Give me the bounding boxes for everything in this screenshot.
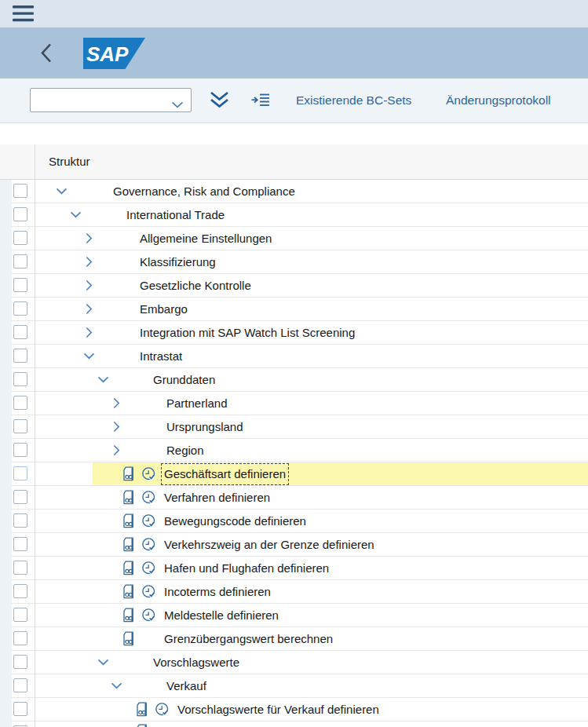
chevron-right-icon[interactable] bbox=[86, 327, 93, 338]
chevron-down-icon[interactable] bbox=[56, 188, 68, 195]
execute-activity-icon[interactable] bbox=[141, 466, 156, 481]
tree-row[interactable]: Integration mit SAP Watch List Screening bbox=[0, 321, 588, 345]
chevron-right-icon[interactable] bbox=[113, 444, 120, 456]
documentation-icon[interactable] bbox=[135, 702, 149, 717]
tree-row[interactable]: Hafen und Flughafen definieren bbox=[0, 557, 588, 580]
tree-row[interactable]: Bewegungscode definieren bbox=[0, 510, 588, 533]
documentation-icon[interactable] bbox=[122, 513, 136, 528]
tree-item-label[interactable]: Integration mit SAP Watch List Screening bbox=[137, 322, 358, 344]
tree-row[interactable]: Governance, Risk and Compliance bbox=[0, 180, 588, 203]
tree-item-label[interactable]: Embargo bbox=[137, 298, 191, 320]
chevron-right-icon[interactable] bbox=[86, 256, 93, 268]
tree-row[interactable]: Vorschlagswerte für Verkauf definieren bbox=[0, 698, 588, 722]
chevron-right-icon[interactable] bbox=[86, 279, 93, 291]
tree-row[interactable]: Allgemeine Einstellungen bbox=[0, 227, 588, 250]
tree-row[interactable]: Intrastat bbox=[0, 345, 588, 368]
chevron-down-icon[interactable] bbox=[70, 211, 82, 218]
tree-item-label[interactable]: Gesetzliche Kontrolle bbox=[137, 275, 254, 297]
row-checkbox[interactable] bbox=[13, 184, 27, 198]
tree-item-label[interactable]: Verkauf bbox=[163, 675, 210, 697]
tree-row[interactable]: Grenzübergangswert berechnen bbox=[0, 627, 588, 651]
menu-button[interactable] bbox=[13, 5, 34, 22]
search-combobox-input[interactable] bbox=[35, 90, 170, 111]
tree-row[interactable]: Incoterms definieren bbox=[0, 580, 588, 604]
execute-activity-icon[interactable] bbox=[141, 537, 156, 552]
tree-item-label[interactable]: Allgemeine Einstellungen bbox=[137, 228, 275, 250]
row-checkbox[interactable] bbox=[13, 396, 27, 410]
chevron-right-icon[interactable] bbox=[113, 421, 120, 433]
column-header-struktur[interactable]: Struktur bbox=[49, 144, 90, 179]
chevron-down-icon[interactable] bbox=[83, 353, 95, 360]
tree-item-label[interactable]: Meldestelle definieren bbox=[161, 605, 282, 627]
row-checkbox[interactable] bbox=[13, 655, 27, 669]
tree-item-label[interactable]: Bewegungscode definieren bbox=[161, 510, 309, 532]
tree-item-label[interactable]: Incoterms definieren bbox=[161, 581, 274, 603]
existing-bc-sets-button[interactable]: Existierende BC-Sets bbox=[296, 79, 411, 122]
documentation-icon[interactable] bbox=[122, 490, 136, 505]
chevron-right-icon[interactable] bbox=[113, 397, 120, 409]
tree-row[interactable]: Meldestelle definieren bbox=[0, 604, 588, 627]
tree-item-label[interactable]: Verkehrszweig an der Grenze definieren bbox=[161, 534, 378, 556]
execute-activity-icon[interactable] bbox=[141, 513, 156, 528]
tree-row[interactable]: Klassifizierung bbox=[0, 250, 588, 274]
chevron-right-icon[interactable] bbox=[86, 303, 93, 315]
row-checkbox[interactable] bbox=[13, 561, 27, 575]
tree-row[interactable]: Partnerland bbox=[0, 392, 588, 415]
chevron-right-icon[interactable] bbox=[86, 232, 93, 244]
row-checkbox[interactable] bbox=[13, 443, 27, 457]
row-checkbox[interactable] bbox=[13, 278, 27, 292]
row-checkbox[interactable] bbox=[13, 372, 27, 386]
chevron-down-icon[interactable] bbox=[97, 659, 109, 666]
tree-row[interactable]: Verfahren definieren bbox=[0, 486, 588, 510]
tree-row[interactable]: Vorschlagswerte bbox=[0, 651, 588, 674]
row-checkbox[interactable] bbox=[13, 466, 27, 480]
change-log-button[interactable]: Änderungsprotokoll bbox=[446, 79, 551, 122]
execute-activity-icon[interactable] bbox=[155, 702, 170, 717]
tree-item-label[interactable]: Hafen und Flughafen definieren bbox=[161, 557, 332, 579]
row-checkbox[interactable] bbox=[13, 584, 27, 598]
tree-item-label[interactable]: Vorschlagswerte für Verkauf definieren bbox=[174, 699, 382, 721]
documentation-icon[interactable] bbox=[122, 537, 136, 552]
tree-item-label[interactable]: Governance, Risk and Compliance bbox=[110, 181, 298, 203]
row-checkbox[interactable] bbox=[13, 490, 27, 504]
documentation-icon[interactable] bbox=[122, 466, 136, 481]
documentation-icon[interactable] bbox=[122, 561, 136, 575]
row-checkbox[interactable] bbox=[13, 702, 27, 716]
tree-row[interactable]: Region bbox=[0, 439, 588, 462]
chevron-down-icon[interactable] bbox=[97, 376, 109, 383]
row-checkbox[interactable] bbox=[13, 301, 27, 316]
tree-item-label[interactable]: Vorschlagswerte bbox=[150, 652, 243, 674]
tree-item-label[interactable]: Region bbox=[163, 440, 207, 462]
tree-item-label[interactable]: International Trade bbox=[123, 204, 228, 226]
row-checkbox[interactable] bbox=[13, 207, 27, 221]
tree-item-label[interactable]: Geschäftsart definieren bbox=[161, 463, 289, 485]
tree-item-label[interactable]: Verfahren definieren bbox=[161, 487, 273, 509]
position-button[interactable] bbox=[251, 92, 270, 111]
execute-activity-icon[interactable] bbox=[141, 584, 156, 599]
tree-item-label[interactable]: Partnerland bbox=[163, 393, 231, 415]
row-checkbox[interactable] bbox=[13, 608, 27, 622]
row-checkbox[interactable] bbox=[13, 325, 27, 339]
row-checkbox[interactable] bbox=[13, 678, 27, 692]
row-checkbox[interactable] bbox=[13, 349, 27, 363]
execute-activity-icon[interactable] bbox=[141, 490, 156, 505]
tree-item-label[interactable]: Intrastat bbox=[137, 345, 185, 367]
chevron-down-icon[interactable] bbox=[111, 682, 122, 689]
row-checkbox[interactable] bbox=[13, 537, 27, 551]
row-checkbox[interactable] bbox=[13, 419, 27, 433]
tree-row[interactable]: Ursprungsland bbox=[0, 415, 588, 439]
execute-activity-icon[interactable] bbox=[141, 608, 156, 623]
tree-row[interactable]: Verkauf bbox=[0, 674, 588, 698]
tree-item-label[interactable]: Grenzübergangswert berechnen bbox=[161, 628, 336, 650]
expand-all-button[interactable] bbox=[208, 90, 231, 113]
documentation-icon[interactable] bbox=[122, 584, 136, 599]
row-checkbox[interactable] bbox=[13, 513, 27, 528]
search-combobox[interactable] bbox=[30, 88, 192, 112]
documentation-icon[interactable] bbox=[122, 631, 136, 646]
row-checkbox[interactable] bbox=[13, 631, 27, 645]
tree-item-label[interactable]: Ursprungsland bbox=[163, 416, 247, 438]
row-checkbox[interactable] bbox=[13, 254, 27, 269]
row-checkbox[interactable] bbox=[13, 231, 27, 245]
documentation-icon[interactable] bbox=[135, 724, 149, 727]
tree-row[interactable]: International Trade bbox=[0, 203, 588, 227]
